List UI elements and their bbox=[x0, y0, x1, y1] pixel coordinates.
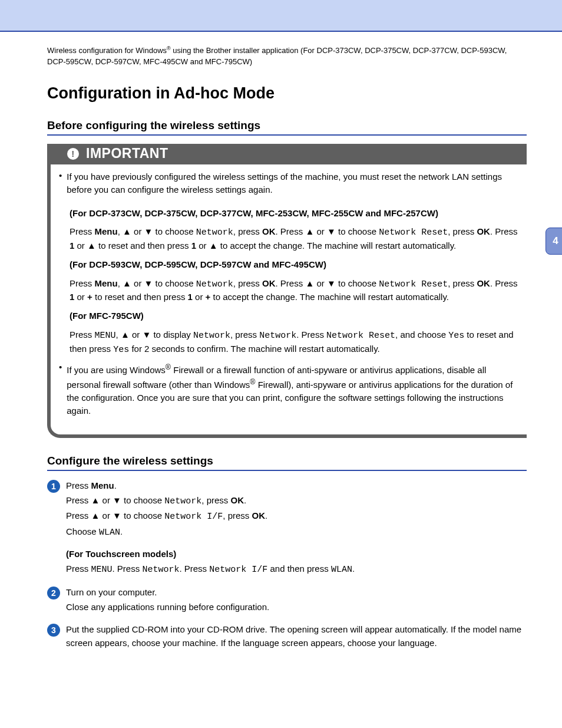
t: or bbox=[74, 241, 87, 251]
code: Network I/F bbox=[209, 565, 267, 575]
bullet-2-text: If you are using Windows® Firewall or a … bbox=[67, 362, 520, 417]
step-1-body: Press Menu. Press ▲ or ▼ to choose Netwo… bbox=[66, 479, 527, 578]
t: or bbox=[193, 292, 206, 302]
t: . bbox=[120, 526, 123, 536]
step-number-3: 3 bbox=[47, 624, 60, 637]
down-arrow-icon: ▼ bbox=[113, 510, 121, 521]
t: . bbox=[352, 564, 355, 574]
important-body: • If you have previously configured the … bbox=[51, 164, 527, 430]
step-2-body: Turn on your computer. Close any applica… bbox=[66, 586, 527, 615]
t: or bbox=[100, 510, 113, 521]
t: . Press bbox=[296, 330, 326, 340]
t: and then press bbox=[267, 564, 331, 574]
t: for 2 seconds to confirm. The machine wi… bbox=[129, 344, 379, 354]
t: to accept the change. The machine will r… bbox=[210, 292, 449, 302]
code: MENU bbox=[95, 331, 116, 341]
t: or bbox=[314, 226, 327, 236]
code: Yes bbox=[113, 345, 129, 355]
bullet-2: • If you are using Windows® Firewall or … bbox=[59, 362, 520, 423]
t: If you are using Windows bbox=[67, 365, 166, 375]
t: Press bbox=[66, 495, 91, 505]
key-1: 1 bbox=[191, 241, 196, 251]
t: . Press bbox=[179, 564, 209, 574]
code: Network bbox=[196, 279, 233, 289]
t: or bbox=[196, 241, 209, 251]
instructions-1: Press Menu, ▲ or ▼ to choose Network, pr… bbox=[70, 225, 520, 252]
code: WLAN bbox=[331, 565, 352, 575]
t: or bbox=[74, 292, 87, 302]
registered-mark: ® bbox=[167, 45, 171, 51]
t: , press bbox=[448, 226, 477, 236]
ok-key: OK bbox=[252, 510, 266, 521]
bullet-mark: • bbox=[59, 170, 62, 202]
t: . Press bbox=[276, 226, 306, 236]
ok-key: OK bbox=[477, 226, 490, 236]
instructions-2: Press Menu, ▲ or ▼ to choose Network, pr… bbox=[70, 277, 520, 304]
down-arrow-icon: ▼ bbox=[144, 278, 153, 288]
code: Network I/F bbox=[164, 512, 223, 522]
t: , bbox=[118, 278, 123, 288]
up-arrow-icon: ▲ bbox=[91, 495, 100, 505]
t: to choose bbox=[121, 495, 164, 505]
menu-key: Menu bbox=[91, 480, 114, 490]
step-1: 1 Press Menu. Press ▲ or ▼ to choose Net… bbox=[47, 479, 527, 578]
page-title: Configuration in Ad-hoc Mode bbox=[47, 84, 527, 103]
t: . Press bbox=[276, 278, 306, 288]
bullet-mark: • bbox=[59, 362, 62, 423]
menu-key: Menu bbox=[95, 278, 118, 288]
t: Press bbox=[66, 564, 91, 574]
t: to choose bbox=[336, 278, 379, 288]
t: to choose bbox=[336, 226, 379, 236]
up-arrow-icon: ▲ bbox=[87, 241, 96, 251]
section-configure: Configure the wireless settings bbox=[47, 454, 527, 471]
code: MENU bbox=[91, 565, 113, 575]
menu-key: Menu bbox=[95, 226, 118, 236]
bullet-1: • If you have previously configured the … bbox=[59, 170, 520, 202]
step-number-1: 1 bbox=[47, 480, 60, 493]
touchscreen-subhead: (For Touchscreen models) bbox=[66, 548, 527, 561]
code: Network bbox=[196, 228, 233, 238]
registered-mark: ® bbox=[166, 363, 171, 371]
t: to display bbox=[151, 330, 193, 340]
up-arrow-icon: ▲ bbox=[209, 241, 218, 251]
down-arrow-icon: ▼ bbox=[113, 495, 121, 505]
t: . Press bbox=[490, 226, 518, 236]
step-3-body: Put the supplied CD-ROM into your CD-ROM… bbox=[66, 623, 527, 650]
chapter-tab: 4 bbox=[546, 228, 562, 255]
t: Press bbox=[70, 330, 95, 340]
instructions-3: Press MENU, ▲ or ▼ to display Network, p… bbox=[70, 328, 520, 357]
t: , press bbox=[223, 510, 252, 521]
up-arrow-icon: ▲ bbox=[123, 278, 131, 288]
ok-key: OK bbox=[262, 226, 276, 236]
code: Network bbox=[164, 496, 201, 506]
section-before-config: Before configuring the wireless settings bbox=[47, 119, 527, 136]
page-content: 4 Wireless configuration for Windows® us… bbox=[0, 32, 562, 728]
ok-key: OK bbox=[477, 278, 490, 288]
t: , bbox=[118, 226, 123, 236]
ok-key: OK bbox=[231, 495, 244, 505]
t: or bbox=[130, 330, 143, 340]
up-arrow-icon: ▲ bbox=[123, 226, 131, 236]
t: . bbox=[114, 480, 117, 490]
t: or bbox=[100, 495, 113, 505]
t: to accept the change. The machine will r… bbox=[218, 241, 457, 251]
t: . bbox=[265, 510, 267, 521]
up-arrow-icon: ▲ bbox=[121, 330, 130, 340]
t: . bbox=[244, 495, 246, 505]
t: to choose bbox=[121, 510, 164, 521]
code: Network bbox=[259, 331, 296, 341]
plus-key: + bbox=[87, 292, 92, 302]
step-2-line-1: Turn on your computer. bbox=[66, 586, 527, 599]
t: to choose bbox=[153, 226, 196, 236]
step-number-2: 2 bbox=[47, 587, 60, 599]
t: . Press bbox=[490, 278, 518, 288]
t: , press bbox=[201, 495, 230, 505]
t: . Press bbox=[113, 564, 143, 574]
code: Network Reset bbox=[379, 279, 448, 289]
up-arrow-icon: ▲ bbox=[305, 278, 314, 288]
t: , press bbox=[230, 330, 259, 340]
t: Choose bbox=[66, 526, 99, 536]
alert-icon: ! bbox=[67, 148, 79, 160]
t: , press bbox=[233, 226, 262, 236]
running-header: Wireless configuration for Windows® usin… bbox=[47, 45, 527, 68]
